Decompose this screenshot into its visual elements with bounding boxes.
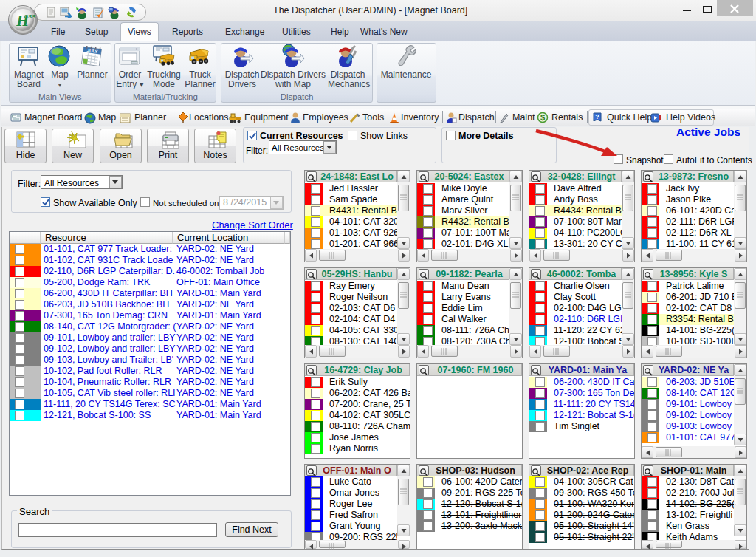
svg-text:$: $ <box>540 113 545 122</box>
svg-text:CSS: CSS <box>24 13 36 20</box>
svg-text:?: ? <box>595 113 599 120</box>
